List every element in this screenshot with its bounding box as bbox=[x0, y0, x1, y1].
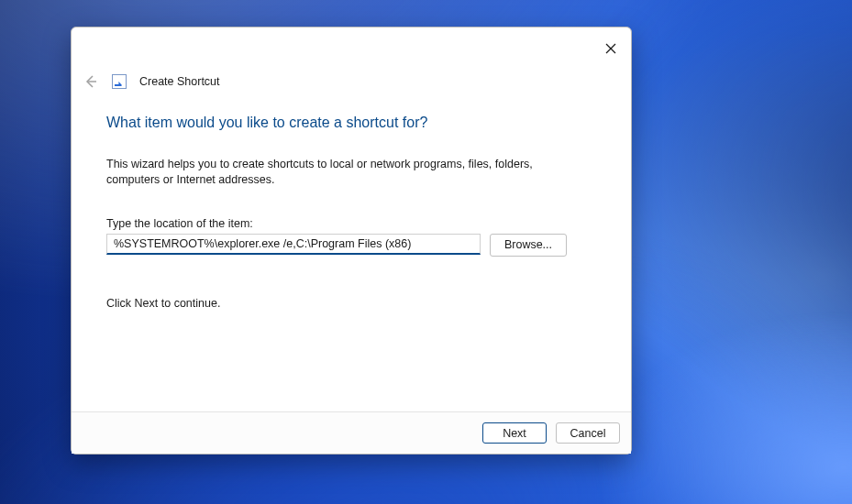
close-icon bbox=[605, 43, 616, 54]
wizard-header: Create Shortcut bbox=[72, 69, 631, 94]
close-button[interactable] bbox=[596, 34, 625, 63]
desktop-wallpaper: Create Shortcut What item would you like… bbox=[0, 0, 852, 504]
location-row: Browse... bbox=[106, 234, 596, 257]
dialog-titlebar bbox=[72, 27, 631, 69]
location-input[interactable] bbox=[106, 234, 481, 255]
next-button[interactable]: Next bbox=[482, 422, 547, 444]
wizard-title: Create Shortcut bbox=[139, 75, 220, 88]
arrow-left-icon bbox=[83, 74, 98, 89]
browse-button[interactable]: Browse... bbox=[490, 234, 567, 257]
dialog-footer: Next Cancel bbox=[72, 411, 631, 454]
wizard-intro-text: This wizard helps you to create shortcut… bbox=[106, 157, 583, 188]
back-button[interactable] bbox=[83, 73, 99, 90]
wizard-heading: What item would you like to create a sho… bbox=[106, 115, 596, 131]
shortcut-icon bbox=[112, 74, 127, 89]
cancel-button[interactable]: Cancel bbox=[556, 422, 620, 444]
wizard-content: What item would you like to create a sho… bbox=[72, 94, 631, 411]
continue-hint: Click Next to continue. bbox=[106, 297, 596, 310]
location-label: Type the location of the item: bbox=[106, 217, 596, 230]
create-shortcut-dialog: Create Shortcut What item would you like… bbox=[71, 27, 632, 455]
